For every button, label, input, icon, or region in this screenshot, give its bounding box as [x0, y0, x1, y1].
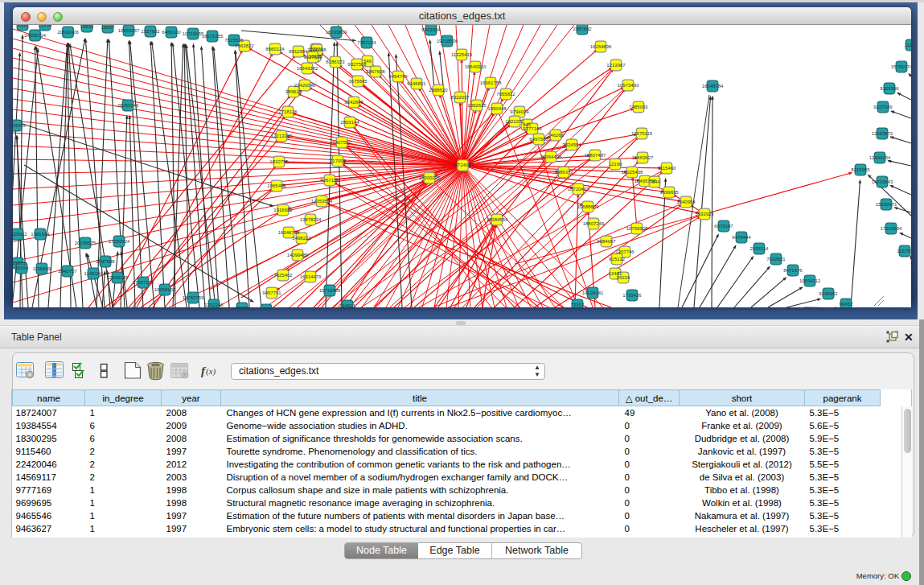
svg-text:9084067: 9084067	[597, 239, 616, 244]
svg-text:16640910: 16640910	[465, 64, 487, 69]
svg-text:10688609: 10688609	[577, 204, 599, 209]
svg-text:1097588: 1097588	[96, 259, 115, 264]
svg-text:19633: 19633	[80, 25, 94, 29]
svg-text:717006: 717006	[330, 159, 347, 163]
svg-text:9794024: 9794024	[510, 109, 529, 114]
svg-text:7955812: 7955812	[496, 92, 515, 97]
svg-text:3624554: 3624554	[562, 142, 581, 147]
svg-text:1292346: 1292346	[204, 303, 224, 307]
svg-text:11121: 11121	[905, 43, 911, 47]
svg-text:7485093: 7485093	[629, 105, 648, 109]
svg-text:8267150: 8267150	[320, 178, 339, 183]
svg-text:15716485: 15716485	[319, 288, 341, 293]
svg-text:8186323: 8186323	[326, 60, 345, 64]
svg-text:20364436: 20364436	[540, 154, 562, 159]
svg-text:9699695: 9699695	[659, 190, 679, 195]
svg-text:1207746: 1207746	[615, 249, 634, 254]
svg-text:8322037: 8322037	[450, 95, 470, 100]
svg-text:9427552: 9427552	[332, 140, 351, 145]
svg-text:746266: 746266	[548, 133, 565, 138]
svg-text:1062615: 1062615	[467, 103, 487, 108]
svg-text:1965495: 1965495	[267, 183, 286, 188]
svg-text:92450: 92450	[236, 306, 249, 307]
svg-text:9327500: 9327500	[303, 55, 322, 60]
svg-text:9245652: 9245652	[819, 291, 838, 296]
svg-text:1156849: 1156849	[33, 266, 52, 271]
svg-text:10654112: 10654112	[799, 278, 821, 283]
svg-text:164921: 164921	[339, 303, 356, 307]
svg-text:1821072: 1821072	[505, 119, 524, 124]
svg-text:13878334: 13878334	[300, 217, 322, 222]
svg-text:1810755: 1810755	[269, 159, 289, 164]
svg-text:2718126: 2718126	[278, 109, 298, 114]
svg-text:16154836: 16154836	[590, 44, 612, 49]
svg-text:9227349: 9227349	[873, 105, 893, 109]
svg-text:2633049: 2633049	[13, 123, 26, 128]
svg-text:16671355: 16671355	[202, 34, 224, 39]
svg-text:12975115: 12975115	[631, 131, 653, 136]
svg-text:20206575: 20206575	[75, 241, 97, 245]
svg-text:6466160: 6466160	[162, 30, 181, 35]
svg-text:5933923: 5933923	[695, 212, 714, 216]
svg-text:16782759: 16782759	[183, 295, 204, 300]
svg-text:15751074: 15751074	[891, 64, 911, 69]
svg-text:8912954: 8912954	[289, 49, 308, 54]
svg-text:18807249: 18807249	[583, 221, 605, 226]
svg-text:16046738: 16046738	[278, 230, 300, 235]
svg-text:(x): (x)	[206, 366, 216, 377]
svg-text:1145194: 1145194	[84, 271, 104, 276]
svg-text:7357224: 7357224	[357, 40, 376, 45]
svg-text:9474444: 9474444	[732, 235, 751, 240]
svg-text:19463627: 19463627	[632, 155, 654, 160]
svg-text:10025438: 10025438	[622, 170, 643, 175]
svg-text:7644: 7644	[649, 179, 660, 184]
svg-text:25224: 25224	[617, 275, 630, 280]
svg-text:19637: 19637	[101, 25, 115, 30]
svg-text:21358: 21358	[39, 25, 52, 27]
svg-text:9329366: 9329366	[880, 86, 899, 91]
svg-text:20691406: 20691406	[57, 30, 79, 35]
svg-text:10653267: 10653267	[118, 28, 140, 33]
svg-text:1990448: 1990448	[487, 106, 507, 111]
svg-text:17359924: 17359924	[109, 239, 130, 244]
svg-text:16210643: 16210643	[872, 179, 893, 184]
svg-text:12160: 12160	[609, 162, 622, 167]
svg-text:1916682: 1916682	[273, 208, 293, 212]
svg-text:2803144: 2803144	[340, 120, 359, 125]
svg-text:19384554: 19384554	[487, 217, 508, 222]
svg-text:96452: 96452	[840, 302, 853, 307]
svg-text:12093872: 12093872	[872, 131, 893, 136]
svg-text:1213967: 1213967	[606, 63, 626, 68]
svg-text:7625402: 7625402	[273, 273, 293, 278]
svg-text:9146821: 9146821	[407, 81, 426, 86]
svg-text:9457791: 9457791	[262, 290, 281, 295]
svg-text:1527602: 1527602	[141, 29, 160, 34]
svg-text:17016504: 17016504	[881, 226, 902, 231]
svg-text:18300295: 18300295	[419, 175, 441, 180]
svg-text:8471676: 8471676	[783, 268, 803, 273]
svg-text:989613: 989613	[285, 89, 302, 94]
svg-text:24055714: 24055714	[24, 33, 46, 38]
svg-text:17957275: 17957275	[133, 280, 154, 285]
svg-text:7632621: 7632621	[766, 257, 786, 262]
svg-text:12353594: 12353594	[311, 199, 333, 204]
svg-text:1733426: 1733426	[622, 293, 642, 298]
svg-text:5498222: 5498222	[292, 236, 311, 241]
svg-text:2087682: 2087682	[573, 27, 592, 31]
svg-text:1981644: 1981644	[31, 232, 50, 237]
svg-text:23420046: 23420046	[294, 83, 316, 88]
svg-text:7515526: 7515526	[224, 38, 244, 43]
svg-text:2626912: 2626912	[13, 232, 27, 237]
svg-text:18720407: 18720407	[568, 187, 589, 192]
svg-text:10807487: 10807487	[585, 153, 606, 158]
svg-text:9115460: 9115460	[658, 166, 677, 171]
svg-text:116753: 116753	[897, 249, 911, 253]
svg-text:8454749: 8454749	[388, 74, 408, 79]
svg-text:546: 546	[363, 59, 372, 64]
svg-text:10973493: 10973493	[618, 83, 639, 88]
svg-text:3226058: 3226058	[307, 47, 326, 52]
svg-text:7663822: 7663822	[235, 43, 254, 48]
svg-text:2867608: 2867608	[366, 69, 385, 74]
svg-text:16914479: 16914479	[300, 274, 322, 279]
svg-text:9100: 9100	[17, 25, 28, 27]
